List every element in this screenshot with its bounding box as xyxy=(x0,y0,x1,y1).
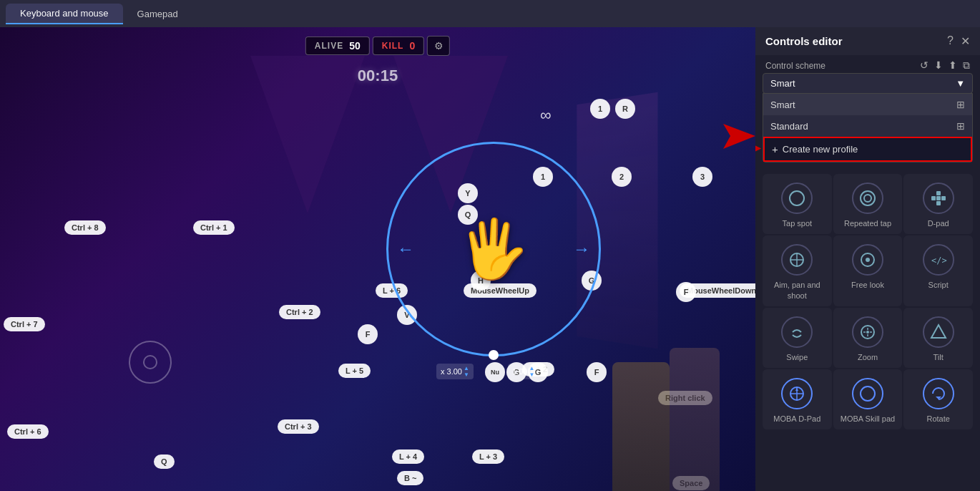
ctrl-badge-q[interactable]: Q xyxy=(154,454,175,469)
scheme-item-standard[interactable]: Standard ⊞ xyxy=(763,115,972,137)
y-val: 1.00 xyxy=(512,367,527,376)
plus-icon: + xyxy=(772,143,778,155)
swipe-label: Swipe xyxy=(786,352,808,362)
tab-gamepad[interactable]: Gamepad xyxy=(123,4,192,24)
svg-point-27 xyxy=(861,387,875,401)
alive-label: ALIVE xyxy=(315,41,343,51)
panel-header: Controls editor ? ✕ xyxy=(755,27,980,55)
control-aim-pan-shoot[interactable]: Aim, pan and shoot xyxy=(763,235,832,306)
svg-marker-1 xyxy=(755,137,761,159)
control-tilt[interactable]: Tilt xyxy=(903,308,973,368)
ctrl-circle-1b[interactable]: 1 xyxy=(590,99,610,119)
tap-spot-icon xyxy=(781,183,813,214)
ctrl-circle-nu[interactable]: Nu xyxy=(485,362,505,382)
tilt-icon xyxy=(923,316,954,348)
ctrl-badge-f2[interactable]: F xyxy=(676,282,696,302)
scheme-smart-icon: ⊞ xyxy=(956,99,965,110)
character-1 xyxy=(612,362,670,491)
y-multiplier[interactable]: 1.00 ▲▼ xyxy=(508,364,539,379)
scheme-dropdown[interactable]: Smart ▼ xyxy=(763,73,973,94)
scheme-item-smart[interactable]: Smart ⊞ xyxy=(763,94,972,115)
rotate-label: Rotate xyxy=(926,414,949,424)
tap-spot-label: Tap spot xyxy=(783,218,813,228)
infinity-icon: ∞ xyxy=(540,106,552,125)
joystick-inner xyxy=(143,355,157,369)
control-repeated-tap[interactable]: Repeated tap xyxy=(833,174,903,234)
ctrl-badge-l4[interactable]: L + 4 xyxy=(392,449,424,464)
control-swipe[interactable]: Swipe xyxy=(763,308,832,368)
svg-rect-8 xyxy=(941,196,946,200)
game-area: ALIVE 50 KILL 0 ⚙ 00:15 ∞ Ctrl + 8 Ctrl … xyxy=(0,27,755,491)
scheme-copy-icon[interactable]: ⧉ xyxy=(963,59,970,72)
create-profile-label: Create new profile xyxy=(783,144,858,155)
scheme-export-icon[interactable]: ⬆ xyxy=(949,59,957,72)
zoom-icon xyxy=(852,316,883,348)
ctrl-badge-6[interactable]: Ctrl + 6 xyxy=(7,424,49,439)
svg-point-3 xyxy=(861,191,875,205)
scheme-list: Smart ⊞ Standard ⊞ + Create new profile xyxy=(763,93,973,162)
x-multiplier[interactable]: x 3.00 ▲▼ xyxy=(436,364,474,379)
kill-value: 0 xyxy=(409,40,415,52)
dpad-icon xyxy=(923,183,954,214)
ctrl-circle-2[interactable]: 2 xyxy=(612,167,632,187)
ctrl-circle-3[interactable]: 3 xyxy=(692,167,712,187)
rotate-icon xyxy=(923,378,954,409)
hud-kill-box: KILL 0 xyxy=(373,37,424,55)
control-script[interactable]: </> Script xyxy=(903,235,973,306)
ctrl-badge-3[interactable]: Ctrl + 3 xyxy=(278,419,319,434)
swipe-icon xyxy=(781,316,813,348)
ctrl-badge-b[interactable]: B ~ xyxy=(397,471,423,485)
hud-top: ALIVE 50 KILL 0 ⚙ xyxy=(305,36,450,56)
scheme-standard-icon: ⊞ xyxy=(956,120,965,132)
control-scheme-row: Control scheme ↺ ⬇ ⬆ ⧉ xyxy=(755,55,980,73)
ctrl-badge-1[interactable]: Ctrl + 1 xyxy=(193,220,235,235)
ctrl-badge-f1[interactable]: F xyxy=(358,324,378,344)
ctrl-badge-8[interactable]: Ctrl + 8 xyxy=(64,220,106,235)
ctrl-badge-2[interactable]: Ctrl + 2 xyxy=(279,305,320,319)
ctrl-badge-l3[interactable]: L + 3 xyxy=(472,449,504,464)
tab-keyboard-mouse[interactable]: Keyboard and mouse xyxy=(6,4,123,24)
control-free-look[interactable]: Free look xyxy=(833,235,903,306)
scheme-import-icon[interactable]: ⬇ xyxy=(934,59,943,72)
scheme-standard-label: Standard xyxy=(770,121,808,132)
svg-text:</>: </> xyxy=(931,256,947,266)
scheme-selected: Smart xyxy=(770,78,795,89)
ctrl-badge-7[interactable]: Ctrl + 7 xyxy=(4,317,45,331)
control-moba-dpad[interactable]: MOBA D-Pad xyxy=(763,369,832,429)
kill-label: KILL xyxy=(382,41,404,51)
dpad-label: D-pad xyxy=(928,218,949,228)
hand-gesture-icon: 🖐 xyxy=(458,215,529,283)
scheme-smart-label: Smart xyxy=(770,99,795,110)
script-icon: </> xyxy=(923,244,954,276)
svg-marker-26 xyxy=(795,388,798,391)
svg-point-2 xyxy=(790,191,804,205)
control-tap-spot[interactable]: Tap spot xyxy=(763,174,832,234)
gesture-circle[interactable]: ← → 🖐 xyxy=(386,142,601,356)
panel-header-icons: ? ✕ xyxy=(947,34,970,48)
bg-triangle-left xyxy=(250,56,365,213)
main-layout: ALIVE 50 KILL 0 ⚙ 00:15 ∞ Ctrl + 8 Ctrl … xyxy=(0,27,980,491)
svg-rect-7 xyxy=(931,196,936,200)
hud-alive-box: ALIVE 50 xyxy=(305,37,370,55)
create-new-profile-button[interactable]: + Create new profile xyxy=(763,137,972,162)
hud-settings-button[interactable]: ⚙ xyxy=(427,36,450,56)
help-icon[interactable]: ? xyxy=(947,34,954,48)
close-icon[interactable]: ✕ xyxy=(961,34,970,48)
control-rotate[interactable]: Rotate xyxy=(903,369,973,429)
scheme-refresh-icon[interactable]: ↺ xyxy=(920,59,928,72)
chevron-down-icon[interactable]: ▲▼ xyxy=(529,365,534,378)
svg-marker-22 xyxy=(931,325,946,338)
character-2 xyxy=(670,348,720,491)
ctrl-circle-r[interactable]: R xyxy=(615,99,635,119)
ctrl-badge-f3[interactable]: F xyxy=(587,362,607,382)
control-zoom[interactable]: Zoom xyxy=(833,308,903,368)
repeated-tap-icon xyxy=(852,183,883,214)
joystick[interactable] xyxy=(129,341,172,384)
ctrl-badge-l5[interactable]: L + 5 xyxy=(338,364,371,378)
control-moba-skill[interactable]: MOBA Skill pad xyxy=(833,369,903,429)
moba-dpad-label: MOBA D-Pad xyxy=(773,414,820,424)
tab-bar: Keyboard and mouse Gamepad xyxy=(0,0,980,27)
x-val: x 3.00 xyxy=(441,367,462,376)
control-dpad[interactable]: D-pad xyxy=(903,174,973,234)
chevron-up-icon[interactable]: ▲▼ xyxy=(464,365,469,378)
